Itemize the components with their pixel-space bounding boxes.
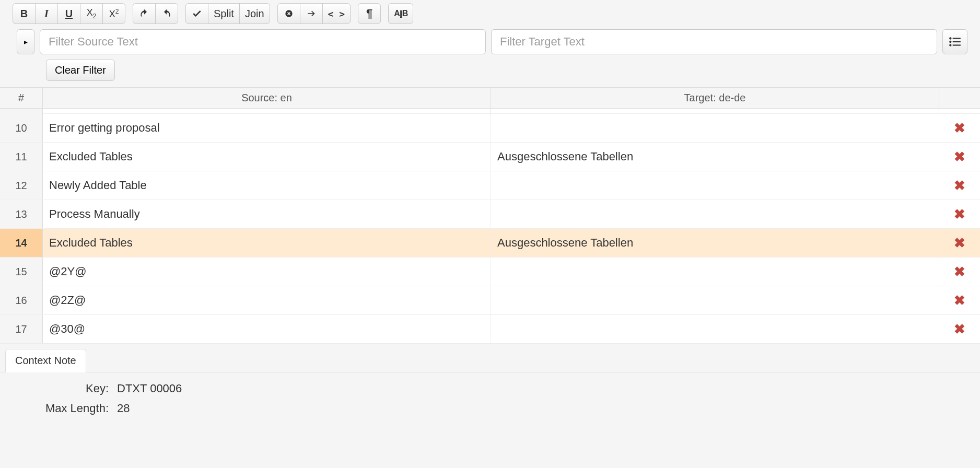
italic-button[interactable]: I [35, 3, 58, 24]
check-icon [192, 8, 202, 19]
delete-row-icon[interactable]: ✖ [954, 265, 965, 278]
row-number: 15 [0, 258, 43, 286]
italic-icon: I [44, 8, 49, 20]
svg-rect-2 [953, 38, 961, 39]
svg-point-5 [949, 44, 951, 46]
filter-target-input[interactable] [491, 29, 937, 54]
target-cell[interactable] [491, 286, 939, 314]
source-cell[interactable]: Excluded Tables [43, 229, 491, 257]
list-icon [948, 35, 962, 49]
col-source-header: Source: en [43, 88, 491, 108]
delete-row-icon[interactable]: ✖ [954, 179, 965, 192]
superscript-icon: X2 [109, 8, 119, 20]
row-action-cell: ✖ [939, 315, 980, 343]
caret-right-icon: ▸ [24, 38, 28, 46]
split-button[interactable]: Split [208, 3, 240, 24]
source-cell[interactable]: Newly Added Table [43, 171, 491, 200]
row-action-cell: ✖ [939, 229, 980, 257]
redo-button[interactable] [155, 3, 178, 24]
source-cell[interactable]: @2Y@ [43, 258, 491, 286]
row-number: 10 [0, 114, 43, 142]
row-action-cell: ✖ [939, 286, 980, 314]
meta-key-label: Key: [13, 382, 117, 395]
table-header: # Source: en Target: de-de [0, 88, 980, 109]
row-number: 14 [0, 229, 43, 257]
table-row[interactable]: 15@2Y@✖ [0, 258, 980, 286]
row-number: 17 [0, 315, 43, 343]
bold-icon: B [20, 8, 28, 20]
source-cell[interactable]: Process Manually [43, 200, 491, 228]
clear-filter-button[interactable]: Clear Filter [46, 60, 115, 81]
table-row[interactable]: 13Process Manually✖ [0, 200, 980, 229]
delete-row-icon[interactable]: ✖ [954, 236, 965, 250]
filter-bar: ▸ [0, 29, 980, 60]
insert-cursor-button[interactable]: AB [388, 3, 413, 24]
svg-point-1 [949, 37, 951, 39]
target-cell[interactable] [491, 171, 939, 200]
table-row[interactable]: 17@30@✖ [0, 315, 980, 344]
subscript-icon: X2 [87, 7, 97, 20]
underline-icon: U [65, 8, 73, 20]
svg-point-3 [949, 41, 951, 43]
text-cursor-icon: AB [394, 9, 407, 18]
col-number-header: # [0, 88, 43, 108]
row-action-cell: ✖ [939, 171, 980, 200]
delete-row-icon[interactable]: ✖ [954, 121, 965, 135]
confirm-button[interactable] [185, 3, 208, 24]
pilcrow-icon: ¶ [366, 7, 372, 20]
row-number: 12 [0, 171, 43, 200]
subscript-button[interactable]: X2 [80, 3, 103, 24]
table-row[interactable]: 10Error getting proposal✖ [0, 114, 980, 143]
table-row[interactable]: 16@2Z@✖ [0, 286, 980, 315]
segment-table: # Source: en Target: de-de 10Error getti… [0, 87, 980, 344]
target-cell[interactable] [491, 258, 939, 286]
row-action-cell: ✖ [939, 114, 980, 142]
delete-row-icon[interactable]: ✖ [954, 322, 965, 336]
next-tag-button[interactable] [300, 3, 323, 24]
context-panel: Key: DTXT 00006 Max Length: 28 [0, 372, 980, 425]
target-cell[interactable] [491, 114, 939, 142]
row-action-cell: ✖ [939, 200, 980, 228]
join-button[interactable]: Join [239, 3, 270, 24]
row-action-cell: ✖ [939, 143, 980, 171]
superscript-button[interactable]: X2 [102, 3, 125, 24]
bold-button[interactable]: B [13, 3, 36, 24]
row-number: 16 [0, 286, 43, 314]
meta-maxlen-label: Max Length: [13, 402, 117, 415]
arrow-right-icon [306, 8, 317, 19]
source-cell[interactable]: @2Z@ [43, 286, 491, 314]
source-cell[interactable]: @30@ [43, 315, 491, 343]
row-number: 11 [0, 143, 43, 171]
svg-rect-4 [953, 41, 961, 42]
filter-expand-button[interactable]: ▸ [17, 29, 34, 54]
target-cell[interactable]: Ausgeschlossene Tabellen [491, 229, 939, 257]
underline-button[interactable]: U [57, 3, 80, 24]
target-cell[interactable] [491, 315, 939, 343]
svg-rect-6 [953, 44, 961, 45]
delete-row-icon[interactable]: ✖ [954, 207, 965, 221]
clear-tag-button[interactable] [277, 3, 300, 24]
table-row[interactable]: 11Excluded TablesAusgeschlossene Tabelle… [0, 143, 980, 171]
table-row[interactable]: 12Newly Added Table✖ [0, 171, 980, 200]
source-cell[interactable]: Excluded Tables [43, 143, 491, 171]
table-row[interactable]: 14Excluded TablesAusgeschlossene Tabelle… [0, 229, 980, 258]
bottom-tab-bar: Context Note [0, 344, 980, 372]
meta-key-value: DTXT 00006 [117, 382, 182, 395]
row-number: 13 [0, 200, 43, 228]
col-target-header: Target: de-de [491, 88, 939, 108]
target-cell[interactable]: Ausgeschlossene Tabellen [491, 143, 939, 171]
target-cell[interactable] [491, 200, 939, 228]
meta-maxlen-value: 28 [117, 402, 130, 415]
redo-icon [161, 8, 172, 19]
undo-icon [139, 8, 149, 19]
angle-tag-button[interactable]: < > [322, 3, 351, 24]
col-action-header [939, 88, 980, 108]
delete-row-icon[interactable]: ✖ [954, 150, 965, 163]
filter-source-input[interactable] [40, 29, 486, 54]
undo-button[interactable] [133, 3, 156, 24]
list-menu-button[interactable] [942, 29, 967, 54]
pilcrow-button[interactable]: ¶ [358, 3, 381, 24]
tab-context-note[interactable]: Context Note [5, 349, 86, 372]
delete-row-icon[interactable]: ✖ [954, 294, 965, 307]
source-cell[interactable]: Error getting proposal [43, 114, 491, 142]
